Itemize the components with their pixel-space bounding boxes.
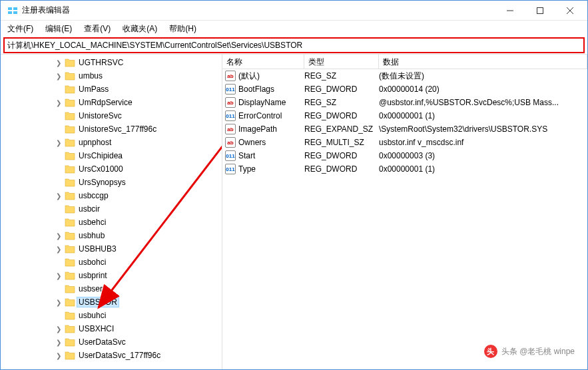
string-value-icon: ab xyxy=(225,71,236,81)
folder-icon xyxy=(65,337,75,347)
svg-rect-1 xyxy=(13,7,17,10)
folder-icon xyxy=(65,164,75,174)
tree-item-umpass[interactable]: UmPass xyxy=(1,83,222,96)
folder-icon xyxy=(65,138,75,147)
chevron-icon[interactable]: ❯ xyxy=(54,192,63,200)
chevron-icon[interactable]: ❯ xyxy=(54,325,63,333)
folder-icon xyxy=(65,111,75,120)
tree-label: UrsCx01000 xyxy=(77,164,125,174)
tree-item-usbuhci[interactable]: usbuhci xyxy=(1,309,222,322)
value-data: 0x00000003 (3) xyxy=(379,151,587,160)
tree-label: UmRdpService xyxy=(77,98,135,107)
value-name: (默认) xyxy=(238,71,304,82)
tree-label: usbccgp xyxy=(77,191,111,200)
tree-label: usbohci xyxy=(77,258,108,267)
menu-help[interactable]: 帮助(H) xyxy=(164,22,202,36)
svg-rect-0 xyxy=(8,7,12,10)
value-name: DisplayName xyxy=(238,98,304,107)
regedit-window: 注册表编辑器 文件(F) 编辑(E) 查看(V) 收藏夹(A) 帮助(H) 计算… xyxy=(0,0,588,370)
watermark-text: 头条 @老毛桃 winpe xyxy=(501,346,575,357)
column-headers: 名称 类型 数据 xyxy=(222,55,587,69)
tree-label: umbus xyxy=(77,71,105,81)
string-value-icon: ab xyxy=(225,124,236,134)
chevron-icon[interactable]: ❯ xyxy=(54,139,63,146)
value-row[interactable]: 011TypeREG_DWORD0x00000001 (1) xyxy=(222,162,587,176)
menu-favorites[interactable]: 收藏夹(A) xyxy=(117,22,162,36)
tree-item-usbser[interactable]: usbser xyxy=(1,282,222,295)
svg-rect-5 xyxy=(537,7,543,13)
tree-item-umbus[interactable]: ❯umbus xyxy=(1,69,222,83)
value-data: 0x00000001 (1) xyxy=(379,164,587,174)
value-data: @usbstor.inf,%USBSTOR.SvcDesc%;USB Mass.… xyxy=(379,98,587,107)
tree-label: USBXHCI xyxy=(77,324,116,333)
tree-item-usbxhci[interactable]: ❯USBXHCI xyxy=(1,322,222,335)
close-button[interactable] xyxy=(555,1,585,20)
tree-item-usbehci[interactable]: usbehci xyxy=(1,216,222,229)
tree-item-usbstor[interactable]: ❯USBSTOR xyxy=(1,295,222,309)
tree-item-urschipidea[interactable]: UrsChipidea xyxy=(1,149,222,162)
binary-value-icon: 011 xyxy=(225,84,236,94)
value-row[interactable]: 011ErrorControlREG_DWORD0x00000001 (1) xyxy=(222,109,587,122)
value-type: REG_SZ xyxy=(304,98,379,107)
tree-item-ugthrsvc[interactable]: ❯UGTHRSVC xyxy=(1,56,222,69)
folder-icon xyxy=(65,244,75,254)
tree-item-usbcir[interactable]: usbcir xyxy=(1,202,222,216)
binary-value-icon: 011 xyxy=(225,164,236,174)
column-header-data[interactable]: 数据 xyxy=(379,55,587,69)
column-header-type[interactable]: 类型 xyxy=(304,55,379,69)
content-area: ❯UGTHRSVC❯umbusUmPass❯UmRdpServiceUnisto… xyxy=(1,54,587,369)
chevron-icon[interactable]: ❯ xyxy=(54,59,63,67)
maximize-button[interactable] xyxy=(525,1,555,20)
chevron-icon[interactable]: ❯ xyxy=(54,246,63,253)
folder-icon xyxy=(65,98,75,107)
value-row[interactable]: 011BootFlagsREG_DWORD0x00000014 (20) xyxy=(222,83,587,96)
menu-edit[interactable]: 编辑(E) xyxy=(40,22,77,36)
tree-item-upnphost[interactable]: ❯upnphost xyxy=(1,136,222,149)
folder-icon xyxy=(65,297,75,307)
tree-label: usbuhci xyxy=(77,311,108,320)
column-header-name[interactable]: 名称 xyxy=(222,55,304,69)
tree-item-usbhub[interactable]: ❯usbhub xyxy=(1,229,222,242)
value-row[interactable]: ab(默认)REG_SZ(数值未设置) xyxy=(222,69,587,83)
tree-label: usbprint xyxy=(77,271,109,280)
value-name: Type xyxy=(238,164,304,174)
value-type: REG_DWORD xyxy=(304,111,379,120)
binary-value-icon: 011 xyxy=(225,150,236,161)
chevron-icon[interactable]: ❯ xyxy=(54,232,63,240)
tree-item-urscx01000[interactable]: UrsCx01000 xyxy=(1,162,222,176)
tree-item-usbhub3[interactable]: ❯USBHUB3 xyxy=(1,242,222,256)
tree-panel[interactable]: ❯UGTHRSVC❯umbusUmPass❯UmRdpServiceUnisto… xyxy=(1,55,222,369)
chevron-icon[interactable]: ❯ xyxy=(54,73,63,80)
tree-item-unistoresvc_177ff96c[interactable]: UnistoreSvc_177ff96c xyxy=(1,122,222,136)
tree-item-usbohci[interactable]: usbohci xyxy=(1,256,222,269)
tree-label: UserDataSvc xyxy=(77,337,128,347)
tree-item-urssynopsys[interactable]: UrsSynopsys xyxy=(1,176,222,189)
address-bar[interactable]: 计算机\HKEY_LOCAL_MACHINE\SYSTEM\CurrentCon… xyxy=(3,37,585,53)
minimize-button[interactable] xyxy=(495,1,525,20)
chevron-icon[interactable]: ❯ xyxy=(54,272,63,279)
svg-rect-3 xyxy=(13,11,17,14)
menubar: 文件(F) 编辑(E) 查看(V) 收藏夹(A) 帮助(H) xyxy=(1,21,587,37)
tree-item-userdatasvc[interactable]: ❯UserDataSvc xyxy=(1,335,222,349)
tree-item-usbccgp[interactable]: ❯usbccgp xyxy=(1,189,222,202)
tree-item-unistoresvc[interactable]: UnistoreSvc xyxy=(1,109,222,122)
menu-view[interactable]: 查看(V) xyxy=(79,22,116,36)
menu-file[interactable]: 文件(F) xyxy=(2,22,39,36)
tree-item-userdatasvc_177ff96c[interactable]: ❯UserDataSvc_177ff96c xyxy=(1,349,222,362)
folder-icon xyxy=(65,151,75,160)
chevron-icon[interactable]: ❯ xyxy=(54,299,63,306)
chevron-icon[interactable]: ❯ xyxy=(54,339,63,346)
tree-item-usbprint[interactable]: ❯usbprint xyxy=(1,269,222,282)
tree-label: usbehci xyxy=(77,218,108,227)
folder-icon xyxy=(65,311,75,320)
tree-item-umrdpservice[interactable]: ❯UmRdpService xyxy=(1,96,222,109)
chevron-icon[interactable]: ❯ xyxy=(54,352,63,359)
value-row[interactable]: 011StartREG_DWORD0x00000003 (3) xyxy=(222,149,587,162)
folder-icon xyxy=(65,258,75,267)
address-path: 计算机\HKEY_LOCAL_MACHINE\SYSTEM\CurrentCon… xyxy=(7,40,302,51)
value-data: usbstor.inf v_mscdsc.inf xyxy=(379,138,587,147)
chevron-icon[interactable]: ❯ xyxy=(54,99,63,106)
value-row[interactable]: abDisplayNameREG_SZ@usbstor.inf,%USBSTOR… xyxy=(222,96,587,109)
value-row[interactable]: abImagePathREG_EXPAND_SZ\SystemRoot\Syst… xyxy=(222,122,587,136)
value-row[interactable]: abOwnersREG_MULTI_SZusbstor.inf v_mscdsc… xyxy=(222,136,587,149)
